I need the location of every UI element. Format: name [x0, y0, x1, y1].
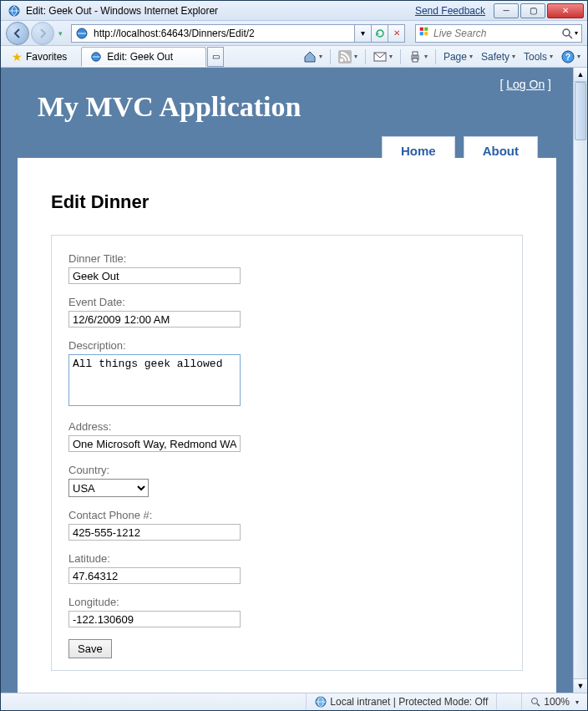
page-menu[interactable]: Page▾	[440, 48, 476, 65]
status-empty	[1, 693, 306, 710]
longitude-input[interactable]	[68, 611, 241, 627]
search-dropdown[interactable]: ▾	[575, 29, 578, 37]
print-button[interactable]: ▾	[405, 48, 431, 66]
svg-point-10	[340, 58, 343, 62]
close-button[interactable]: ✕	[547, 3, 584, 18]
nav-bar: ▾ ▾ ✕ ▾	[1, 21, 587, 46]
svg-point-20	[532, 698, 538, 704]
scroll-track[interactable]	[574, 82, 587, 678]
help-icon: ?	[561, 50, 575, 63]
site-title: My MVC Application	[18, 68, 556, 141]
address-bar-wrap: ▾ ✕	[71, 24, 405, 43]
url-dropdown[interactable]: ▾	[355, 24, 372, 43]
address-input[interactable]	[68, 435, 241, 452]
svg-point-6	[563, 29, 570, 36]
scroll-down-button[interactable]: ▼	[574, 678, 587, 693]
phone-label: Contact Phone #:	[68, 509, 505, 521]
svg-text:?: ?	[565, 53, 570, 62]
date-label: Event Date:	[68, 296, 505, 308]
ie-icon	[8, 4, 21, 18]
address-bar[interactable]	[71, 24, 355, 43]
status-zone: Local intranet | Protected Mode: Off	[306, 693, 496, 710]
feeds-button[interactable]: ▾	[335, 48, 361, 66]
star-icon: ★	[12, 50, 23, 63]
address-label: Address:	[68, 420, 505, 433]
window-frame: Edit: Geek Out - Windows Internet Explor…	[0, 0, 588, 711]
zone-icon	[315, 696, 327, 708]
content-area: [ Log On ] My MVC Application Home About…	[1, 68, 587, 693]
zoom-icon	[530, 697, 540, 707]
viewport: [ Log On ] My MVC Application Home About…	[1, 68, 573, 693]
svg-rect-3	[424, 27, 428, 30]
latitude-label: Latitude:	[68, 552, 505, 565]
svg-rect-5	[424, 32, 428, 35]
zoom-control[interactable]: 100% ▾	[521, 693, 587, 710]
scroll-up-button[interactable]: ▲	[574, 68, 587, 82]
refresh-button[interactable]	[372, 24, 388, 43]
stop-button[interactable]: ✕	[388, 24, 405, 43]
ie-page-icon	[75, 27, 89, 40]
edit-dinner-form: Dinner Title: Event Date: Description: A…	[51, 235, 523, 671]
description-input[interactable]: All things geek allowed	[68, 354, 241, 406]
date-input[interactable]	[68, 311, 241, 328]
window-buttons: ─ ▢ ✕	[492, 3, 584, 18]
command-bar: ★ Favorites Edit: Geek Out ▭ ▾ ▾ ▾ ▾ Pag…	[1, 46, 587, 68]
browser-tab[interactable]: Edit: Geek Out	[81, 47, 206, 67]
svg-rect-14	[413, 58, 418, 62]
status-bar: Local intranet | Protected Mode: Off 100…	[1, 693, 587, 710]
live-search-icon	[419, 27, 428, 40]
ie-tab-icon	[90, 51, 102, 63]
main-panel: Edit Dinner Dinner Title: Event Date:	[18, 158, 556, 693]
latitude-input[interactable]	[68, 567, 241, 584]
search-button[interactable]	[561, 28, 573, 39]
tab-title: Edit: Geek Out	[107, 51, 173, 63]
history-dropdown[interactable]: ▾	[54, 22, 66, 45]
page-body: [ Log On ] My MVC Application Home About…	[1, 68, 573, 693]
vertical-scrollbar[interactable]: ▲ ▼	[573, 68, 587, 693]
new-tab-button[interactable]: ▭	[207, 47, 224, 67]
search-input[interactable]	[432, 27, 561, 40]
title-input[interactable]	[68, 267, 241, 284]
maximize-button[interactable]: ▢	[520, 3, 545, 18]
help-button[interactable]: ?▾	[558, 48, 584, 66]
safety-menu[interactable]: Safety▾	[478, 48, 519, 65]
favorites-button[interactable]: ★ Favorites	[4, 47, 74, 67]
title-label: Dinner Title:	[68, 252, 505, 265]
minimize-button[interactable]: ─	[494, 3, 519, 18]
svg-rect-4	[420, 32, 423, 35]
home-button[interactable]: ▾	[300, 48, 326, 66]
rss-icon	[338, 50, 352, 63]
svg-line-7	[569, 35, 572, 38]
search-box[interactable]: ▾	[415, 24, 582, 43]
url-input[interactable]	[92, 27, 351, 40]
readmail-button[interactable]: ▾	[370, 48, 396, 66]
save-button[interactable]: Save	[68, 639, 112, 658]
country-label: Country:	[68, 464, 505, 476]
mail-icon	[373, 50, 387, 63]
home-icon	[303, 50, 317, 63]
print-icon	[408, 50, 422, 63]
favorites-label: Favorites	[26, 51, 67, 63]
send-feedback-link[interactable]: Send Feedback	[415, 5, 485, 17]
window-title: Edit: Geek Out - Windows Internet Explor…	[26, 5, 415, 17]
back-button[interactable]	[6, 22, 29, 45]
longitude-label: Longitude:	[68, 596, 505, 608]
svg-rect-2	[420, 27, 423, 30]
page-heading: Edit Dinner	[51, 191, 523, 213]
titlebar: Edit: Geek Out - Windows Internet Explor…	[1, 1, 587, 21]
scroll-thumb[interactable]	[575, 82, 586, 140]
country-select[interactable]: USA	[68, 479, 149, 497]
zoom-dropdown[interactable]: ▾	[575, 698, 579, 706]
forward-button[interactable]	[31, 22, 54, 45]
phone-input[interactable]	[68, 524, 241, 541]
description-label: Description:	[68, 339, 505, 352]
status-spacer	[496, 693, 521, 710]
tools-menu[interactable]: Tools▾	[520, 48, 556, 65]
svg-rect-13	[413, 52, 418, 55]
svg-line-21	[537, 703, 540, 706]
svg-rect-9	[338, 50, 352, 63]
